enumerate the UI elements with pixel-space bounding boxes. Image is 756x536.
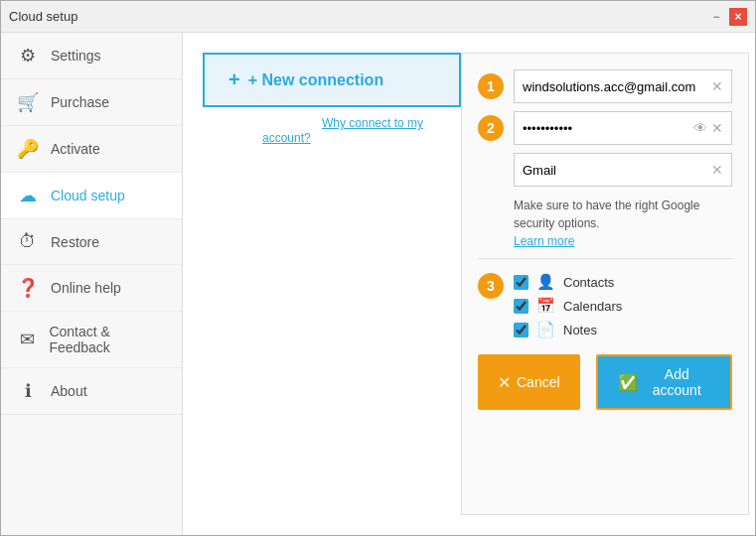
sidebar-label-online-help: Online help (51, 280, 121, 296)
sidebar-item-contact-feedback[interactable]: ✉ Contact & Feedback (1, 312, 182, 368)
info-text: Make sure to have the right Google secur… (514, 197, 732, 250)
cloud-icon: ☁ (17, 185, 39, 206)
cancel-icon: ✕ (498, 373, 511, 392)
notes-icon: 📄 (536, 321, 555, 338)
password-input-wrapper: 👁 ✕ (514, 111, 732, 145)
step2-badge: 2 (478, 115, 504, 141)
sidebar-label-settings: Settings (51, 48, 101, 64)
panel-container: + + New connection Why connect to my acc… (203, 53, 735, 515)
form-panel: 1 ✕ 2 👁 (461, 53, 749, 515)
sidebar-item-restore[interactable]: ⏱ Restore (1, 219, 182, 265)
checkboxes-list: 👤 Contacts 📅 Calendars 📄 (514, 273, 622, 338)
clear-service-icon[interactable]: ✕ (711, 162, 723, 178)
step3-badge: 3 (478, 273, 504, 299)
sidebar-item-settings[interactable]: ⚙ Settings (1, 33, 182, 79)
step1-row: 1 ✕ (478, 69, 732, 103)
service-field[interactable] (523, 163, 707, 178)
notes-label: Notes (563, 323, 597, 337)
clear-password-icon[interactable]: ✕ (711, 120, 723, 136)
sidebar-item-purchase[interactable]: 🛒 Purchase (1, 79, 182, 126)
clear-email-icon[interactable]: ✕ (711, 78, 723, 94)
sidebar-label-activate: Activate (51, 141, 100, 157)
help-icon: ❓ (17, 277, 39, 299)
calendars-icon: 📅 (536, 297, 555, 315)
why-connect-link[interactable]: Why connect to my account? (262, 116, 423, 145)
add-account-label: Add account (644, 366, 710, 398)
restore-icon: ⏱ (17, 231, 39, 252)
sidebar-item-online-help[interactable]: ❓ Online help (1, 265, 182, 312)
password-field[interactable] (523, 121, 689, 136)
calendars-label: Calendars (563, 299, 622, 314)
contacts-icon: 👤 (536, 273, 555, 291)
content-area: ⚙ Settings 🛒 Purchase 🔑 Activate ☁ Cloud… (1, 33, 755, 535)
new-connection-button[interactable]: + + New connection (203, 53, 461, 107)
email-input-wrapper: ✕ (514, 69, 732, 103)
sidebar-label-about: About (51, 383, 87, 399)
main-area: + + New connection Why connect to my acc… (183, 33, 755, 535)
minimize-button[interactable]: − (707, 8, 725, 26)
window-title: Cloud setup (9, 9, 77, 24)
contacts-checkbox[interactable] (514, 275, 529, 290)
sidebar-label-cloud-setup: Cloud setup (51, 188, 125, 203)
about-icon: ℹ (17, 380, 39, 402)
checkbox-notes[interactable]: 📄 Notes (514, 321, 622, 338)
buttons-row: ✕ Cancel ✅ Add account (478, 354, 732, 410)
email-field[interactable] (523, 79, 707, 94)
divider (478, 258, 732, 259)
sidebar-item-activate[interactable]: 🔑 Activate (1, 126, 182, 173)
checkbox-calendars[interactable]: 📅 Calendars (514, 297, 622, 315)
activate-icon: 🔑 (17, 138, 39, 160)
sidebar: ⚙ Settings 🛒 Purchase 🔑 Activate ☁ Cloud… (1, 33, 183, 535)
sidebar-label-restore: Restore (51, 234, 99, 250)
sidebar-label-purchase: Purchase (51, 94, 109, 110)
notes-checkbox[interactable] (514, 323, 529, 337)
titlebar: Cloud setup − × (1, 1, 755, 33)
checkbox-contacts[interactable]: 👤 Contacts (514, 273, 622, 291)
step3-section: 3 👤 Contacts 📅 Calendars (478, 273, 732, 338)
titlebar-controls: − × (707, 8, 747, 26)
new-connection-label: + New connection (248, 71, 383, 89)
service-input-wrapper: ✕ (514, 153, 732, 187)
sidebar-item-cloud-setup[interactable]: ☁ Cloud setup (1, 173, 182, 219)
gmail-row: ✕ (514, 153, 732, 187)
contacts-label: Contacts (563, 275, 614, 290)
add-icon: ✅ (618, 373, 638, 392)
purchase-icon: 🛒 (17, 91, 39, 113)
show-password-icon[interactable]: 👁 (693, 120, 707, 136)
window: Cloud setup − × ⚙ Settings 🛒 Purchase 🔑 … (0, 0, 756, 536)
calendars-checkbox[interactable] (514, 299, 529, 314)
close-button[interactable]: × (729, 8, 747, 26)
contact-icon: ✉ (17, 329, 37, 350)
cancel-button[interactable]: ✕ Cancel (478, 354, 580, 410)
step2-row: 2 👁 ✕ (478, 111, 732, 145)
left-column: + + New connection Why connect to my acc… (203, 53, 461, 515)
sidebar-label-contact-feedback: Contact & Feedback (49, 324, 166, 355)
learn-more-link[interactable]: Learn more (514, 234, 574, 248)
add-account-button[interactable]: ✅ Add account (596, 354, 732, 410)
plus-icon: + (228, 68, 240, 91)
cancel-label: Cancel (517, 374, 560, 390)
sidebar-item-about[interactable]: ℹ About (1, 368, 182, 415)
step1-badge: 1 (478, 73, 504, 99)
settings-icon: ⚙ (17, 45, 39, 67)
